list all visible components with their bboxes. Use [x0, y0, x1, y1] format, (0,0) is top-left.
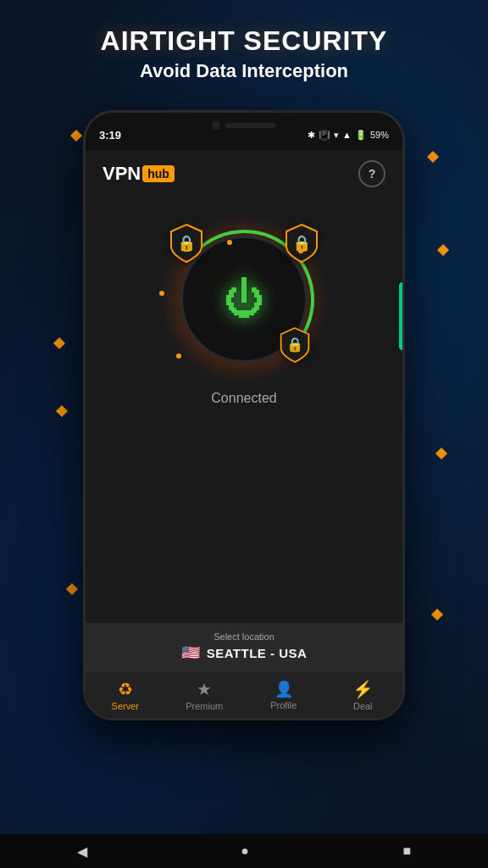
shield-top-left: 🔒	[168, 223, 205, 267]
deal-label: Deal	[353, 701, 373, 711]
vpn-header: VPN hub ?	[86, 150, 402, 198]
country-flag: 🇺🇸	[181, 643, 200, 662]
shield-bottom-right: 🔒	[278, 326, 312, 367]
nav-item-deal[interactable]: ⚡ Deal	[324, 679, 403, 711]
android-nav: ◀ ● ■	[0, 834, 488, 868]
location-bar[interactable]: Select location 🇺🇸 SEATTLE - USA	[86, 623, 402, 670]
orb-container[interactable]: ⏻ 🔒 🔒	[159, 214, 329, 384]
phone-screen: VPN hub ? ⏻ 🔒	[86, 150, 402, 718]
recents-button[interactable]: ■	[403, 843, 412, 859]
premium-icon: ★	[197, 679, 212, 699]
hub-badge: hub	[142, 165, 175, 182]
nav-item-profile[interactable]: 👤 Profile	[244, 680, 324, 710]
vibrate-icon: 📳	[319, 130, 330, 141]
premium-label: Premium	[186, 701, 223, 711]
home-button[interactable]: ●	[241, 843, 249, 859]
help-button[interactable]: ?	[358, 160, 385, 187]
back-button[interactable]: ◀	[77, 843, 87, 860]
wifi-icon: ▾	[334, 130, 339, 141]
spark-2	[298, 248, 303, 253]
side-indicator	[399, 282, 405, 350]
battery-icon: 🔋	[355, 130, 367, 141]
nav-item-server[interactable]: ♻ Server	[86, 679, 165, 711]
header-section: AIRTIGHT SECURITY Avoid Data Interceptio…	[0, 25, 488, 82]
power-icon: ⏻	[224, 279, 264, 320]
vpn-visual: ⏻ 🔒 🔒	[86, 198, 402, 415]
server-icon: ♻	[118, 679, 133, 699]
sub-headline: Avoid Data Interception	[0, 60, 488, 82]
speaker-bar	[225, 123, 276, 128]
battery-level: 59%	[370, 130, 389, 140]
bluetooth-icon: ✱	[308, 130, 315, 141]
time-display: 3:19	[99, 129, 121, 142]
svg-text:🔒: 🔒	[286, 336, 304, 353]
svg-text:🔒: 🔒	[177, 234, 197, 253]
shield-top-right: 🔒	[283, 223, 320, 267]
deal-icon: ⚡	[352, 679, 374, 699]
phone-mockup: 3:19 ✱ 📳 ▾ ▲ 🔋 59% VPN hub ?	[83, 110, 405, 721]
profile-label: Profile	[270, 700, 297, 710]
status-bar: 3:19 ✱ 📳 ▾ ▲ 🔋 59%	[86, 113, 402, 150]
spark-4	[159, 291, 164, 296]
vpn-logo: VPN hub	[103, 163, 175, 185]
spark-3	[176, 353, 181, 359]
signal-icon: ▲	[342, 130, 352, 140]
location-name: SEATTLE - USA	[207, 646, 308, 660]
connection-status: Connected	[211, 391, 276, 406]
server-label: Server	[112, 701, 139, 711]
status-icons: ✱ 📳 ▾ ▲ 🔋 59%	[308, 130, 389, 141]
location-label: Select location	[99, 632, 389, 642]
profile-icon: 👤	[274, 680, 293, 698]
nav-item-premium[interactable]: ★ Premium	[165, 679, 245, 711]
location-value: 🇺🇸 SEATTLE - USA	[99, 643, 389, 662]
spark-1	[227, 240, 232, 245]
main-headline: AIRTIGHT SECURITY	[0, 25, 488, 57]
camera-dot	[212, 121, 220, 130]
camera-area	[212, 121, 276, 130]
vpn-text: VPN	[103, 163, 141, 185]
bottom-nav: ♻ Server ★ Premium 👤 Profile ⚡ Deal	[86, 670, 402, 718]
